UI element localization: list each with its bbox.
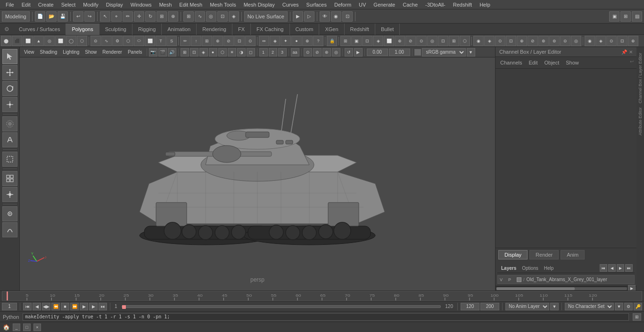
- cylinder-icon[interactable]: ⬜: [23, 36, 33, 46]
- camera-icon[interactable]: 📷: [149, 48, 157, 57]
- isolate-btn[interactable]: ◉: [331, 11, 341, 22]
- new-scene-btn[interactable]: 📄: [35, 11, 45, 22]
- panel-layout-10[interactable]: ⊡: [438, 36, 448, 46]
- lock-icon[interactable]: 🔒: [327, 36, 337, 46]
- scale-tool-btn[interactable]: [2, 97, 17, 112]
- open-scene-btn[interactable]: 📂: [46, 11, 57, 22]
- pipe-icon[interactable]: ⊝: [91, 36, 101, 46]
- translate-x-input[interactable]: [367, 49, 388, 56]
- scale-btn[interactable]: ⊞: [157, 11, 167, 22]
- save-scene-btn[interactable]: 💾: [58, 11, 68, 22]
- annotation-btn[interactable]: [2, 222, 17, 237]
- move-tool-btn[interactable]: [2, 65, 17, 80]
- panel-extra-15[interactable]: ⊕: [628, 36, 638, 46]
- bt-tab-anim[interactable]: Anim: [561, 250, 585, 259]
- layer-visibility-toggle[interactable]: V: [500, 277, 506, 282]
- window-restore-btn[interactable]: □: [23, 324, 31, 331]
- tab-redshift[interactable]: Redshift: [345, 24, 375, 35]
- frame-btn[interactable]: ⊡: [342, 11, 353, 22]
- fill-hole-icon[interactable]: ●: [291, 36, 302, 46]
- window-minimize-btn[interactable]: _: [13, 324, 20, 331]
- quick-layout-btn[interactable]: [2, 171, 17, 186]
- color-swatch[interactable]: [414, 49, 421, 56]
- combine-icon[interactable]: ⊕: [213, 36, 223, 46]
- shading-menu-btn[interactable]: Shading: [38, 49, 60, 55]
- mode-dropdown[interactable]: Modeling: [2, 11, 30, 22]
- tab-settings-btn[interactable]: ⚙: [2, 24, 11, 34]
- sphere-icon[interactable]: ⬤: [1, 36, 11, 46]
- layers-nav-end[interactable]: ⏭: [625, 264, 633, 272]
- gear-icon[interactable]: ⚙: [112, 36, 123, 46]
- play-back-btn[interactable]: ◀▶: [42, 303, 50, 310]
- menu-windows[interactable]: Windows: [127, 1, 156, 8]
- select-btn[interactable]: ↖: [100, 11, 110, 22]
- menu-mesh[interactable]: Mesh: [155, 1, 175, 8]
- viewport-3d[interactable]: persp X Y Z: [20, 57, 495, 291]
- snap-surface-btn[interactable]: ⊡: [217, 11, 228, 22]
- show-hide-btn[interactable]: 👁: [320, 11, 330, 22]
- panel-close-btn[interactable]: ✕: [629, 49, 633, 55]
- layers-scrollbar[interactable]: ▶: [495, 286, 636, 291]
- panels-menu-btn[interactable]: Panels: [125, 49, 145, 55]
- torus-icon[interactable]: ◎: [44, 36, 55, 46]
- menu-redshift[interactable]: Redshift: [449, 1, 476, 8]
- panel-extra-6[interactable]: ⊘: [528, 36, 538, 46]
- tab-sculpting[interactable]: Sculpting: [99, 24, 132, 35]
- tab-fx[interactable]: FX: [232, 24, 251, 35]
- color-space-dropdown[interactable]: sRGB gamma: [422, 48, 466, 57]
- panel-extra-10[interactable]: ◎: [571, 36, 581, 46]
- auto-key-btn[interactable]: 🔑: [634, 303, 642, 310]
- menu-edit-mesh[interactable]: Edit Mesh: [175, 1, 206, 8]
- menu-generate[interactable]: Generate: [370, 1, 399, 8]
- cone-icon[interactable]: ▲: [33, 36, 44, 46]
- separate-icon[interactable]: ⊘: [223, 36, 234, 46]
- xray-icon[interactable]: ◻: [247, 48, 255, 57]
- tab-animation[interactable]: Animation: [162, 24, 197, 35]
- texture-icon[interactable]: ⬡: [218, 48, 227, 57]
- panel-extra-9[interactable]: ⊝: [560, 36, 570, 46]
- anim-layer-btn[interactable]: ▼: [550, 303, 559, 310]
- goto-start-btn[interactable]: ⏮: [23, 303, 32, 310]
- cb-tab-channels[interactable]: Channels: [498, 59, 524, 66]
- pen-icon[interactable]: ✏: [180, 36, 190, 46]
- rotate-tool-btn[interactable]: [2, 81, 17, 96]
- soccer-ball-icon[interactable]: ⬡: [123, 36, 133, 46]
- step-fwd-btn[interactable]: ▶: [89, 303, 98, 310]
- boolean-icon[interactable]: ⊙: [245, 36, 256, 46]
- panel-extra-11[interactable]: ◉: [585, 36, 595, 46]
- mirror-icon[interactable]: ⇔: [259, 36, 269, 46]
- make-live-icon[interactable]: ⊕: [302, 36, 313, 46]
- gate-icon[interactable]: ⊘: [313, 48, 322, 57]
- hud-icon[interactable]: ⊡: [190, 48, 198, 57]
- channel-box-strip-label[interactable]: Channel Box / Layer Editor: [637, 51, 643, 105]
- panel-layout-5[interactable]: ⬜: [384, 36, 394, 46]
- plane-icon[interactable]: ⬜: [55, 36, 66, 46]
- tab-polygons[interactable]: Polygons: [66, 24, 99, 35]
- play-fwd-btn[interactable]: ▶: [80, 303, 88, 310]
- window-close-btn[interactable]: ×: [33, 324, 41, 331]
- layers-nav-start[interactable]: ⏮: [600, 264, 607, 272]
- timeline-ruler[interactable]: 5 10 15 20 25 30 35 40 45: [2, 291, 642, 301]
- panel-layout-7[interactable]: ⊘: [405, 36, 416, 46]
- transform-constraints-btn[interactable]: [2, 187, 17, 202]
- menu-edit[interactable]: Edit: [18, 1, 34, 8]
- current-frame-input[interactable]: [2, 303, 17, 310]
- panel-extra-4[interactable]: ⊡: [506, 36, 516, 46]
- menu-uv[interactable]: UV: [355, 1, 370, 8]
- sound-icon[interactable]: 🔊: [168, 48, 176, 57]
- goto-end-btn[interactable]: ⏭: [99, 303, 107, 310]
- tab-curves-surfaces[interactable]: Curves / Surfaces: [13, 24, 66, 35]
- cube-icon[interactable]: ⬛: [12, 36, 22, 46]
- lasso-btn[interactable]: ⌖: [111, 11, 122, 22]
- timeline-area[interactable]: 5 10 15 20 25 30 35 40 45: [0, 291, 644, 301]
- bt-tab-display[interactable]: Display: [498, 250, 528, 259]
- menu-file[interactable]: File: [2, 1, 18, 8]
- cb-tab-object[interactable]: Object: [542, 59, 561, 66]
- layer-name[interactable]: Old_Tank_Abrams_X_Grey_001_layer: [527, 277, 632, 282]
- lighting-menu-btn[interactable]: Lighting: [60, 49, 82, 55]
- attribute-editor-strip-label[interactable]: Attribute Editor: [637, 105, 643, 138]
- panel-layout-3[interactable]: ⊡: [362, 36, 372, 46]
- light-icon[interactable]: ☀: [228, 48, 236, 57]
- cb-tab-show[interactable]: Show: [564, 59, 581, 66]
- panel-layout-2[interactable]: ▣: [351, 36, 362, 46]
